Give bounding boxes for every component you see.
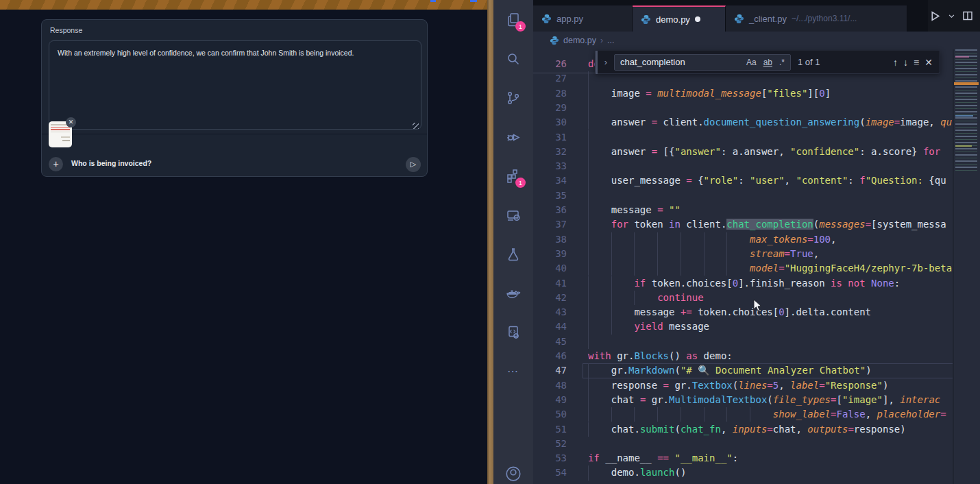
tab-client-py[interactable]: _client.py ~/.../python3.11/... — [726, 5, 907, 32]
code-line: 51chat.submit(chat_fn, inputs=chat, outp… — [533, 422, 953, 437]
code-line: 53if __name__ == "__main__": — [533, 451, 953, 465]
python-icon — [550, 36, 559, 45]
split-editor-icon[interactable] — [962, 10, 973, 21]
code-line: 31 — [533, 130, 953, 145]
code-line: 36message = "" — [533, 203, 953, 217]
docker-icon[interactable] — [493, 274, 533, 313]
code-line: 32answer = [{"answer": a.answer, "confid… — [533, 145, 953, 159]
find-buttons: ↑ ↓ ≡ ✕ — [893, 57, 940, 68]
remote-explorer-icon[interactable] — [493, 195, 533, 234]
code-line: 42continue — [533, 291, 953, 305]
code-line: 44yield message — [533, 319, 953, 334]
toggle-replace-icon[interactable]: › — [598, 57, 614, 67]
tab-label: demo.py — [656, 14, 690, 25]
code-line: 46with gr.Blocks() as demo: — [533, 349, 953, 363]
find-input-box: Aa ab .* — [614, 54, 791, 71]
regex-toggle[interactable]: .* — [776, 57, 787, 68]
extensions-badge: 1 — [515, 178, 526, 188]
chat-input-placeholder[interactable]: Who is being invoiced? — [71, 159, 151, 167]
find-widget: › Aa ab .* 1 of 1 ↑ ↓ ≡ ✕ — [595, 51, 940, 74]
response-card: Response With an extremely high level of… — [41, 19, 428, 177]
code-editor[interactable]: 26def2728image = multimodal_message["fil… — [533, 49, 953, 484]
run-debug-icon[interactable] — [493, 117, 533, 156]
code-line: 29 — [533, 101, 953, 115]
code-line: 30answer = client.document_question_answ… — [533, 115, 953, 130]
tab-label: app.py — [556, 14, 583, 24]
tab-label: _client.py — [749, 14, 787, 24]
code-line: 34user_message = {"role": "user", "conte… — [533, 173, 953, 188]
search-icon[interactable] — [493, 39, 533, 78]
extensions-icon[interactable]: 1 — [493, 156, 533, 195]
more-icon[interactable]: ⋯ — [493, 352, 533, 391]
minimap-search-match — [954, 82, 979, 85]
remove-attachment-button[interactable]: ✕ — [66, 117, 76, 128]
previous-match-icon[interactable]: ↑ — [893, 57, 898, 68]
code-line: 37for token in client.chat_completion(me… — [533, 217, 953, 232]
code-line: 54demo.launch() — [533, 465, 953, 480]
browser-chrome-artifact — [470, 0, 477, 2]
code-line: 33 — [533, 159, 953, 173]
next-match-icon[interactable]: ↓ — [903, 57, 908, 68]
code-line: 38max_tokens=100, — [533, 232, 953, 247]
modified-indicator — [695, 16, 700, 22]
code-line: 35 — [533, 189, 953, 203]
find-results-count: 1 of 1 — [798, 57, 820, 67]
code-line: 43message += token.choices[0].delta.cont… — [533, 305, 953, 319]
task-file-icon[interactable] — [493, 313, 533, 352]
gradio-app-panel: Response With an extremely high level of… — [0, 0, 487, 484]
section-divider — [42, 134, 427, 134]
python-icon — [641, 14, 651, 25]
code-line: 55 — [533, 481, 953, 484]
breadcrumb-separator: › — [600, 36, 603, 45]
code-line: 41if token.choices[0].finish_reason is n… — [533, 276, 953, 291]
code-line: 49chat = gr.MultimodalTextbox(file_types… — [533, 393, 953, 407]
code-line: 48response = gr.Textbox(lines=5, label="… — [533, 378, 953, 393]
code-line: 45 — [533, 335, 953, 349]
find-in-selection-icon[interactable]: ≡ — [914, 57, 919, 68]
whole-word-toggle[interactable]: ab — [761, 57, 775, 68]
run-icon[interactable] — [929, 10, 941, 22]
vscode-window: 1 1 ⋯ app. — [493, 0, 980, 484]
tab-app-py[interactable]: app.py — [533, 5, 633, 32]
window-top-stripe — [0, 0, 487, 10]
response-label: Response — [50, 26, 82, 34]
code-line: 50show_label=False, placeholder= — [533, 407, 953, 422]
code-line: 52 — [533, 437, 953, 451]
explorer-badge: 1 — [515, 21, 526, 32]
editor-actions — [928, 0, 980, 32]
breadcrumb[interactable]: demo.py › ... — [533, 32, 980, 49]
code-line: 40model="HuggingFaceH4/zephyr-7b-beta — [533, 261, 953, 276]
breadcrumb-file[interactable]: demo.py — [563, 36, 596, 45]
find-input[interactable] — [620, 57, 742, 67]
code-line: 28image = multimodal_message["files"][0] — [533, 86, 953, 101]
testing-icon[interactable] — [493, 234, 533, 274]
activity-bar: 1 1 ⋯ — [493, 0, 533, 484]
tab-bar: app.py demo.py _client.py ~/.../python3.… — [533, 0, 980, 32]
minimap-code-preview — [955, 49, 977, 173]
tab-description: ~/.../python3.11/... — [792, 14, 857, 23]
window-divider[interactable] — [487, 0, 493, 484]
sticky-scroll-border — [533, 73, 595, 73]
code-line: 47gr.Markdown("# 🔍 Document Analyzer Cha… — [533, 363, 953, 378]
match-case-toggle[interactable]: Aa — [744, 57, 759, 68]
resize-handle-icon[interactable] — [413, 123, 419, 129]
browser-chrome-artifact — [430, 0, 436, 2]
send-button[interactable]: ▷ — [406, 157, 421, 172]
python-icon — [541, 14, 552, 24]
code-line: 39stream=True, — [533, 247, 953, 261]
minimap[interactable] — [954, 49, 979, 484]
breadcrumb-rest[interactable]: ... — [607, 36, 614, 45]
python-icon — [734, 14, 744, 24]
source-control-icon[interactable] — [493, 78, 533, 117]
explorer-icon[interactable]: 1 — [493, 0, 533, 39]
chevron-down-icon[interactable] — [948, 12, 955, 20]
account-icon[interactable] — [493, 463, 533, 484]
response-textarea[interactable]: With an extremely high level of confiden… — [49, 40, 421, 130]
close-icon[interactable]: ✕ — [924, 57, 933, 68]
add-file-button[interactable]: + — [49, 157, 63, 171]
tab-demo-py[interactable]: demo.py — [633, 5, 726, 32]
mouse-cursor — [752, 299, 763, 313]
